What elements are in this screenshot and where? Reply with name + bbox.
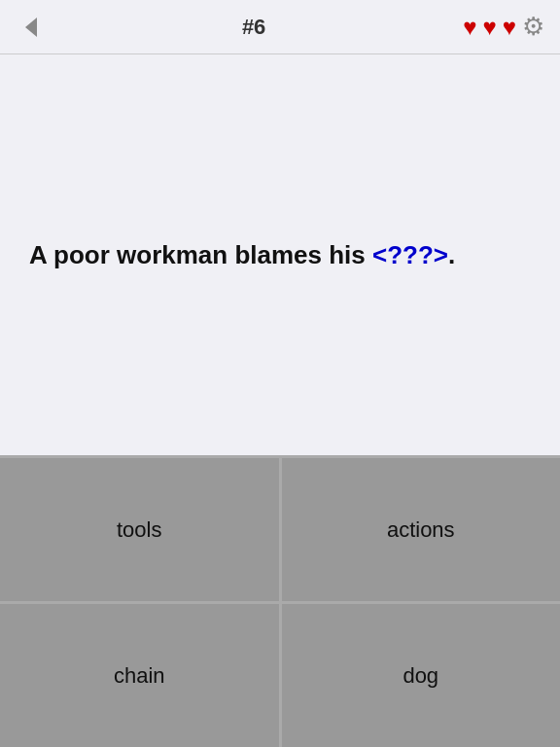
heart-1: ♥ (463, 14, 476, 41)
answer-actions[interactable]: actions (282, 458, 561, 601)
question-text-before: A poor workman blames his (29, 240, 372, 269)
heart-2: ♥ (482, 14, 496, 41)
svg-marker-0 (25, 18, 37, 37)
answer-grid: tools actions chain dog (0, 455, 560, 747)
answer-actions-label: actions (387, 517, 455, 543)
answer-tools-label: tools (117, 517, 161, 543)
heart-3: ♥ (503, 14, 516, 41)
question-blank: <???> (372, 240, 448, 269)
answer-dog-label: dog (402, 663, 438, 689)
header-right: ♥ ♥ ♥ ⚙ (463, 12, 544, 42)
answer-chain-label: chain (114, 663, 165, 689)
answer-dog[interactable]: dog (282, 604, 561, 747)
question-area: A poor workman blames his <???>. (0, 54, 560, 455)
header: #6 ♥ ♥ ♥ ⚙ (0, 0, 560, 54)
question-text: A poor workman blames his <???>. (29, 237, 455, 272)
answer-tools[interactable]: tools (0, 458, 279, 601)
answer-chain[interactable]: chain (0, 604, 279, 747)
settings-icon[interactable]: ⚙ (522, 12, 544, 42)
page-title: #6 (242, 15, 265, 40)
back-button[interactable] (16, 13, 45, 42)
question-text-after: . (448, 240, 455, 269)
